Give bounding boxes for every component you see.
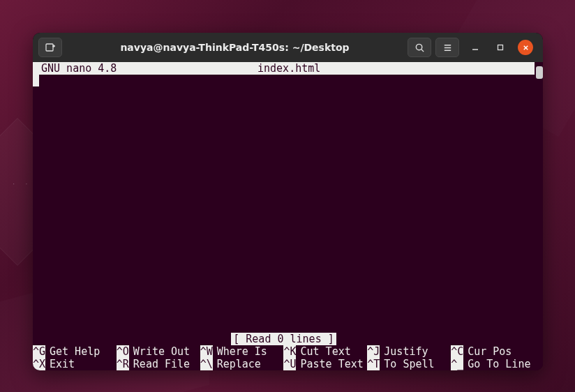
shortcut-label: Cut Text [296, 345, 350, 358]
shortcut-label: Cur Pos [463, 345, 511, 358]
shortcut-key: ^K [283, 345, 296, 358]
shortcut-item: ^\Replace [200, 358, 284, 370]
shortcut-row-1: ^GGet Help^OWrite Out^WWhere Is^KCut Tex… [33, 345, 535, 358]
new-tab-button[interactable] [38, 38, 62, 57]
scrollbar-thumb[interactable] [536, 66, 543, 79]
shortcut-key: ^X [33, 358, 45, 370]
shortcut-item: ^OWrite Out [117, 345, 200, 358]
svg-point-3 [416, 44, 421, 50]
nano-status-line: [ Read 0 lines ] [33, 333, 535, 345]
minimize-button[interactable] [468, 40, 483, 55]
shortcut-item: ^CCur Pos [451, 345, 535, 358]
svg-line-4 [421, 49, 423, 51]
shortcut-key: ^G [33, 345, 45, 358]
nano-shortcuts: ^GGet Help^OWrite Out^WWhere Is^KCut Tex… [33, 345, 535, 370]
shortcut-label: Exit [45, 358, 75, 370]
shortcut-key: ^O [117, 345, 129, 358]
maximize-button[interactable] [493, 40, 508, 55]
hamburger-menu-button[interactable] [435, 38, 459, 57]
shortcut-item: ^RRead File [117, 358, 200, 370]
shortcut-label: Write Out [129, 345, 190, 358]
shortcut-label: Justify [380, 345, 428, 358]
shortcut-key: ^U [283, 358, 296, 370]
shortcut-label: To Spell [380, 358, 434, 370]
shortcut-item: ^UPaste Text [283, 358, 367, 370]
window-title: navya@navya-ThinkPad-T450s: ~/Desktop [66, 42, 403, 53]
shortcut-key: ^C [451, 345, 463, 358]
shortcut-item: ^KCut Text [283, 345, 367, 358]
close-button[interactable] [518, 40, 533, 55]
shortcut-label: Read File [129, 358, 190, 370]
terminal-content[interactable]: GNU nano 4.8 index.html [ Read 0 lines ]… [33, 62, 543, 370]
shortcut-key: ^_ [451, 358, 463, 370]
shortcut-label: Where Is [213, 345, 267, 358]
svg-rect-9 [498, 45, 503, 50]
nano-filename: index.html [257, 62, 320, 75]
svg-rect-0 [46, 44, 53, 51]
shortcut-item: ^JJustify [367, 345, 451, 358]
shortcut-key: ^R [117, 358, 129, 370]
window-titlebar: navya@navya-ThinkPad-T450s: ~/Desktop [33, 33, 543, 62]
shortcut-item: ^WWhere Is [200, 345, 284, 358]
shortcut-label: Get Help [45, 345, 100, 358]
shortcut-item: ^_Go To Line [451, 358, 535, 370]
nano-header: GNU nano 4.8 index.html [33, 62, 535, 75]
shortcut-item: ^GGet Help [33, 345, 117, 358]
shortcut-key: ^W [200, 345, 213, 358]
shortcut-row-2: ^XExit^RRead File^\Replace^UPaste Text^T… [33, 358, 535, 370]
shortcut-item: ^TTo Spell [367, 358, 451, 370]
shortcut-key: ^T [367, 358, 380, 370]
shortcut-item: ^XExit [33, 358, 117, 370]
text-cursor [33, 75, 39, 86]
nano-version: GNU nano 4.8 [41, 62, 257, 75]
editor-area[interactable] [33, 75, 535, 333]
shortcut-label: Paste Text [296, 358, 363, 370]
shortcut-key: ^\ [200, 358, 213, 370]
search-button[interactable] [408, 38, 431, 57]
window-controls [468, 40, 533, 55]
shortcut-label: Replace [213, 358, 261, 370]
terminal-window: navya@navya-ThinkPad-T450s: ~/Desktop GN… [33, 33, 543, 370]
shortcut-key: ^J [367, 345, 380, 358]
shortcut-label: Go To Line [463, 358, 530, 370]
nano-status-message: [ Read 0 lines ] [231, 333, 336, 345]
